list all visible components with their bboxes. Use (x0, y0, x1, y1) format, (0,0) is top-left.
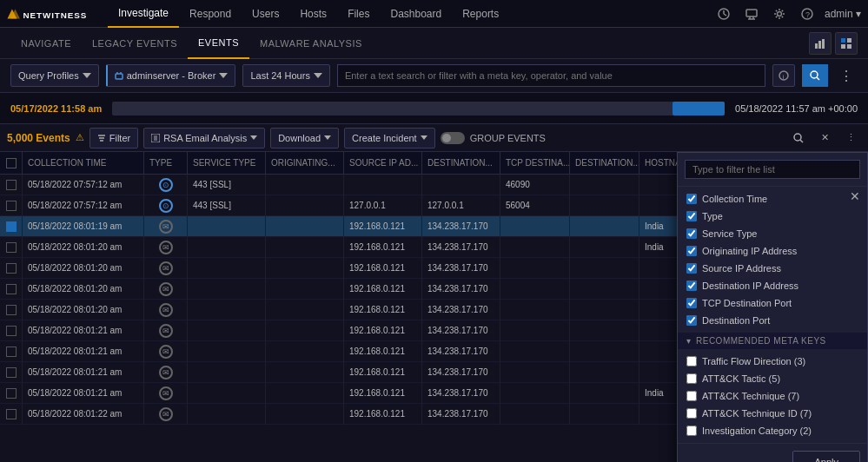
broker-dropdown[interactable]: adminserver - Broker (106, 64, 236, 87)
panel-column-item[interactable]: TCP Destination Port (678, 294, 867, 312)
panel-column-checkbox[interactable] (686, 246, 697, 256)
panel-column-checkbox[interactable] (686, 194, 697, 204)
toggle-switch[interactable] (441, 132, 465, 144)
panel-column-checkbox[interactable] (686, 280, 697, 291)
chart-icon-btn[interactable] (809, 32, 832, 55)
panel-column-checkbox[interactable] (686, 228, 697, 239)
row-checkbox[interactable] (0, 195, 23, 216)
events-more-icon[interactable]: ⋮ (840, 128, 861, 148)
panel-recommended-label: Investigation Category (2) (702, 426, 812, 436)
row-checkbox-input[interactable] (6, 346, 17, 357)
row-checkbox[interactable] (0, 216, 23, 237)
row-checkbox-input[interactable] (6, 263, 17, 274)
more-options-btn[interactable]: ⋮ (835, 64, 858, 87)
nav-item-dashboard[interactable]: Dashboard (380, 0, 452, 28)
row-checkbox-input[interactable] (6, 326, 17, 336)
panel-recommended-item[interactable]: Investigation Category (2) (678, 422, 867, 439)
row-checkbox-input[interactable] (6, 221, 17, 232)
panel-column-item[interactable]: Destination Port (678, 312, 867, 329)
admin-menu[interactable]: admin ▾ (825, 8, 861, 20)
panel-recommended-item[interactable]: ATT&CK Technique ID (7) (678, 405, 867, 422)
panel-search-input[interactable] (685, 160, 860, 179)
row-checkbox-input[interactable] (6, 180, 17, 190)
row-checkbox-input[interactable] (6, 388, 17, 399)
nav-item-respond[interactable]: Respond (179, 0, 242, 28)
events-close-icon[interactable]: ✕ (814, 128, 835, 148)
th-collection-time[interactable]: COLLECTION TIME (23, 152, 144, 175)
filter-button[interactable]: Filter (89, 128, 138, 148)
analysis-button[interactable]: RSA Email Analysis (143, 128, 265, 148)
events-search-icon[interactable] (788, 128, 809, 148)
nav-item-reports[interactable]: Reports (452, 0, 509, 28)
row-checkbox[interactable] (0, 320, 23, 341)
sub-nav-events[interactable]: EVENTS (188, 28, 249, 59)
apply-button[interactable]: Apply (792, 451, 860, 462)
row-checkbox[interactable] (0, 237, 23, 258)
sub-nav-malware[interactable]: MALWARE ANALYSIS (249, 28, 373, 59)
nav-item-hosts[interactable]: Hosts (289, 0, 337, 28)
th-checkbox[interactable] (0, 152, 23, 175)
panel-recommended-item[interactable]: ATT&CK Technique (7) (678, 387, 867, 405)
time-range-dropdown[interactable]: Last 24 Hours (242, 64, 329, 87)
row-checkbox[interactable] (0, 300, 23, 320)
th-dest-port[interactable]: DESTINATION... (570, 152, 639, 175)
panel-recommended-checkbox[interactable] (686, 408, 697, 419)
panel-recommended-checkbox[interactable] (686, 356, 697, 366)
monitor-icon[interactable] (741, 3, 762, 24)
header-checkbox[interactable] (6, 158, 17, 168)
nav-item-files[interactable]: Files (337, 0, 380, 28)
row-checkbox[interactable] (0, 258, 23, 279)
info-icon[interactable]: i (772, 64, 795, 87)
download-button[interactable]: Download (270, 128, 339, 148)
panel-recommended-checkbox[interactable] (686, 391, 697, 401)
nav-item-users[interactable]: Users (242, 0, 289, 28)
row-checkbox-input[interactable] (6, 367, 17, 378)
time-slider[interactable] (112, 102, 725, 116)
sub-nav-legacy-events[interactable]: LEGACY EVENTS (82, 28, 188, 59)
row-checkbox[interactable] (0, 279, 23, 300)
th-type[interactable]: TYPE (144, 152, 188, 175)
panel-recommended-checkbox[interactable] (686, 373, 697, 384)
panel-column-checkbox[interactable] (686, 298, 697, 308)
search-input[interactable] (345, 70, 758, 81)
group-events-toggle[interactable]: GROUP EVENTS (441, 132, 546, 144)
sub-nav-navigate[interactable]: NAVIGATE (10, 28, 82, 59)
th-tcp-dest[interactable]: TCP DESTINA... (500, 152, 570, 175)
panel-column-item[interactable]: Type (678, 208, 867, 225)
panel-column-item[interactable]: Destination IP Address (678, 277, 867, 294)
panel-column-item[interactable]: Source IP Address (678, 260, 867, 277)
panel-close-button[interactable]: ✕ (850, 189, 860, 203)
layout-icon-btn[interactable] (835, 32, 858, 55)
row-checkbox-input[interactable] (6, 284, 17, 294)
panel-column-checkbox[interactable] (686, 263, 697, 274)
svg-line-35 (800, 140, 803, 142)
panel-recommended-checkbox[interactable] (686, 426, 697, 436)
th-source-ip[interactable]: SOURCE IP AD... (344, 152, 422, 175)
nav-item-investigate[interactable]: Investigate (108, 0, 179, 28)
row-checkbox[interactable] (0, 404, 23, 425)
row-checkbox[interactable] (0, 362, 23, 383)
th-dest-ip[interactable]: DESTINATION... (422, 152, 500, 175)
clock-icon[interactable] (713, 3, 734, 24)
row-checkbox-input[interactable] (6, 242, 17, 253)
row-checkbox-input[interactable] (6, 201, 17, 211)
th-service-type[interactable]: SERVICE TYPE (188, 152, 266, 175)
panel-column-item[interactable]: Collection Time (678, 190, 867, 208)
row-checkbox[interactable] (0, 341, 23, 362)
panel-column-checkbox[interactable] (686, 211, 697, 221)
query-profiles-dropdown[interactable]: Query Profiles (10, 64, 99, 87)
row-checkbox-input[interactable] (6, 305, 17, 315)
panel-recommended-item[interactable]: ATT&CK Tactic (5) (678, 370, 867, 387)
create-incident-button[interactable]: Create Incident (344, 128, 435, 148)
row-checkbox-input[interactable] (6, 409, 17, 419)
panel-column-checkbox[interactable] (686, 315, 697, 326)
panel-column-item[interactable]: Originating IP Address (678, 242, 867, 260)
search-button[interactable] (802, 64, 828, 87)
settings-icon[interactable] (769, 3, 790, 24)
help-icon[interactable]: ? (797, 3, 818, 24)
row-checkbox[interactable] (0, 383, 23, 404)
panel-column-item[interactable]: Service Type (678, 225, 867, 242)
th-originating[interactable]: ORIGINATING... (266, 152, 344, 175)
row-checkbox[interactable] (0, 175, 23, 195)
panel-recommended-item[interactable]: Traffic Flow Direction (3) (678, 353, 867, 370)
